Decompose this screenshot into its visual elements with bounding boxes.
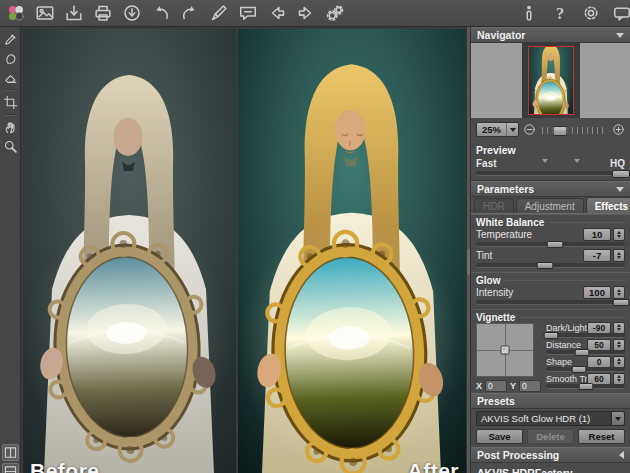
save-button[interactable]: Save <box>476 429 523 444</box>
param-slider-shape[interactable] <box>546 367 625 372</box>
zoom-in-icon[interactable] <box>612 123 625 136</box>
param-slider-tint[interactable] <box>476 263 625 268</box>
help-icon[interactable]: ? <box>550 3 570 23</box>
param-row-tint: Tint-7 <box>476 249 625 262</box>
slider-handle[interactable] <box>572 366 587 373</box>
glow-group: Glow Intensity100 <box>471 272 630 309</box>
crop-tool-icon[interactable] <box>3 95 18 110</box>
param-spinner-intensity[interactable] <box>613 286 625 299</box>
info-icon[interactable] <box>519 3 539 23</box>
param-spinner-temperature[interactable] <box>613 228 625 241</box>
param-value-shape[interactable]: 0 <box>587 356 611 368</box>
preview-slider-handle[interactable] <box>612 170 630 178</box>
pen-tool-icon[interactable] <box>3 32 18 47</box>
param-slider-distance[interactable] <box>546 350 625 355</box>
before-label: Before <box>30 460 100 473</box>
zoom-slider-handle[interactable] <box>553 126 568 136</box>
param-slider-temperature[interactable] <box>476 242 625 247</box>
open-image-icon[interactable] <box>35 3 55 23</box>
redo-icon[interactable] <box>180 3 200 23</box>
param-slider-dark-light-edges[interactable] <box>546 333 625 338</box>
param-spinner-distance[interactable] <box>613 339 625 351</box>
slider-handle[interactable] <box>575 349 590 356</box>
share-icon[interactable] <box>238 3 258 23</box>
zoom-tool-icon[interactable] <box>3 139 18 154</box>
y-value-field[interactable]: 0 <box>519 380 541 392</box>
hand-tool-icon[interactable] <box>3 120 18 135</box>
import-icon[interactable] <box>122 3 142 23</box>
param-value-tint[interactable]: -7 <box>583 249 611 262</box>
zoom-level-select[interactable]: 25% <box>476 122 519 137</box>
tool-column <box>0 27 21 473</box>
smudge-tool-icon[interactable] <box>3 51 18 66</box>
param-row-intensity: Intensity100 <box>476 286 625 299</box>
image-canvas: Before <box>21 27 466 473</box>
param-row-shape: Shape0 <box>546 357 625 366</box>
quick-edit-icon[interactable] <box>209 3 229 23</box>
presets-header[interactable]: Presets <box>471 393 630 409</box>
eraser-tool-icon[interactable] <box>3 70 18 85</box>
reset-button[interactable]: Reset <box>578 429 625 444</box>
preset-buttons: SaveDeleteReset <box>471 428 630 447</box>
slider-handle[interactable] <box>546 241 563 248</box>
vignette-center-pad[interactable] <box>476 323 534 377</box>
slider-handle[interactable] <box>536 262 553 269</box>
zoom-slider-ticks <box>542 127 606 134</box>
chat-icon[interactable] <box>612 3 630 23</box>
post-processing-title: Post Processing <box>477 449 559 461</box>
batch-processing-icon[interactable] <box>325 3 345 23</box>
x-value-field[interactable]: 0 <box>485 380 507 392</box>
param-spinner-smooth-transition[interactable] <box>613 373 625 385</box>
preview-hq-label: HQ <box>610 158 625 169</box>
split-vertical-icon[interactable] <box>2 444 19 461</box>
param-slider-intensity[interactable] <box>476 300 625 305</box>
navigator-strip <box>522 43 580 118</box>
param-spinner-tint[interactable] <box>613 249 625 262</box>
preview-quality-slider[interactable] <box>476 171 625 176</box>
y-label: Y <box>510 381 516 391</box>
vignette-xy-row: X 0 Y 0 <box>476 380 541 391</box>
prev-icon[interactable] <box>267 3 287 23</box>
post-processing-header[interactable]: Post Processing <box>471 447 630 463</box>
param-slider-smooth-transition[interactable] <box>546 384 625 389</box>
tab-adjustment[interactable]: Adjustment <box>516 198 584 213</box>
zoom-out-icon[interactable] <box>523 123 536 136</box>
param-value-temperature[interactable]: 10 <box>583 228 611 241</box>
after-image[interactable]: After <box>238 29 466 473</box>
undo-icon[interactable] <box>151 3 171 23</box>
save-icon[interactable] <box>64 3 84 23</box>
settings-icon[interactable] <box>581 3 601 23</box>
white-balance-group: White Balance Temperature10Tint-7 <box>471 214 630 272</box>
param-spinner-dark-light-edges[interactable] <box>613 322 625 334</box>
zoom-slider[interactable] <box>540 123 608 136</box>
parameters-header[interactable]: Parameters <box>471 181 630 197</box>
x-label: X <box>476 381 482 391</box>
navigator-header[interactable]: Navigator <box>471 27 630 43</box>
white-balance-title: White Balance <box>476 217 544 228</box>
slider-handle[interactable] <box>578 383 593 390</box>
vignette-center-handle[interactable] <box>501 346 510 355</box>
navigator-thumbnail[interactable] <box>528 46 574 115</box>
delete-button: Delete <box>527 429 574 444</box>
next-icon[interactable] <box>296 3 316 23</box>
zoom-value: 25% <box>477 124 506 135</box>
tab-effects[interactable]: Effects <box>586 197 630 213</box>
param-value-intensity[interactable]: 100 <box>583 286 611 299</box>
preset-dropdown[interactable]: AKVIS Soft Glow HDR (1) <box>476 411 625 426</box>
presets-title: Presets <box>477 395 515 407</box>
split-horizontal-icon[interactable] <box>2 463 19 473</box>
tool-group <box>3 30 18 156</box>
param-label-distance: Distance <box>546 340 587 350</box>
print-icon[interactable] <box>93 3 113 23</box>
slider-handle[interactable] <box>543 332 558 339</box>
slider-handle[interactable] <box>612 299 629 306</box>
before-image[interactable]: Before <box>23 29 236 473</box>
chevron-left-icon <box>619 451 624 459</box>
param-row-dark-light-edges: Dark/Light Edges-90 <box>546 323 625 332</box>
before-photo <box>23 29 236 473</box>
param-label-shape: Shape <box>546 357 587 367</box>
param-value-dark-light-edges[interactable]: -90 <box>587 322 611 334</box>
param-value-distance[interactable]: 50 <box>587 339 611 351</box>
param-label-temperature: Temperature <box>476 229 583 240</box>
param-spinner-shape[interactable] <box>613 356 625 368</box>
